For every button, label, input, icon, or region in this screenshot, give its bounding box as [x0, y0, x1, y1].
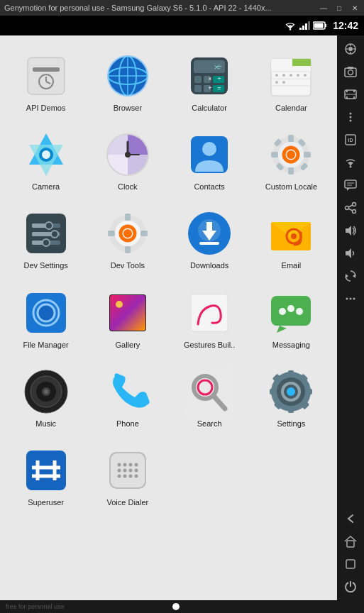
svg-point-156: [348, 70, 353, 75]
contacts-label: Contacts: [194, 182, 224, 192]
svg-point-129: [287, 387, 295, 396]
svg-point-165: [350, 116, 352, 118]
search-label: Search: [197, 419, 222, 429]
svg-rect-82: [108, 231, 115, 236]
svg-point-144: [134, 468, 138, 472]
svg-point-139: [128, 463, 132, 466]
rotate-icon[interactable]: [341, 267, 360, 285]
app-item-calendar[interactable]: Calendar: [252, 45, 331, 118]
recent-apps-icon[interactable]: [341, 555, 360, 573]
svg-text:÷: ÷: [218, 75, 221, 82]
app-item-music[interactable]: Music: [6, 361, 85, 434]
maximize-button[interactable]: □: [334, 3, 344, 13]
svg-point-182: [346, 298, 348, 300]
svg-rect-36: [271, 66, 311, 72]
app-item-dev-tools[interactable]: Dev Tools: [88, 203, 167, 276]
dots-menu-icon[interactable]: [341, 108, 360, 126]
app-item-gestures[interactable]: Gestures Buil..: [170, 282, 249, 355]
voice-dialer-label: Voice Dialer: [107, 498, 149, 507]
app-item-custom-locale[interactable]: Custom Locale: [252, 124, 331, 197]
app-item-camera[interactable]: Camera: [6, 124, 85, 197]
svg-point-148: [134, 474, 138, 477]
svg-point-68: [287, 150, 295, 159]
app-item-calculator[interactable]: ÷ × ÷ × = +: [170, 45, 249, 118]
more-dots-icon[interactable]: [341, 289, 360, 308]
downloads-icon: [184, 209, 234, 258]
svg-rect-162: [353, 96, 355, 99]
svg-rect-122: [305, 389, 312, 394]
app-item-messaging[interactable]: Messaging: [252, 282, 331, 355]
svg-rect-3: [305, 23, 307, 30]
close-button[interactable]: ✕: [350, 3, 360, 13]
dev-settings-icon: [21, 209, 71, 258]
svg-rect-80: [125, 214, 131, 221]
home-icon[interactable]: [341, 532, 360, 551]
svg-rect-185: [347, 541, 354, 547]
app-item-file-manager[interactable]: File Manager: [6, 282, 85, 355]
id-badge-icon[interactable]: ID: [341, 131, 360, 149]
email-icon: [266, 209, 316, 258]
svg-point-45: [275, 81, 278, 84]
svg-point-175: [353, 210, 356, 214]
svg-marker-179: [346, 248, 351, 258]
svg-point-142: [123, 468, 126, 472]
app-item-clock[interactable]: Clock: [88, 124, 167, 197]
media-icon[interactable]: [341, 85, 360, 104]
svg-rect-1: [299, 28, 302, 30]
svg-line-176: [348, 205, 352, 207]
svg-rect-121: [270, 389, 277, 394]
music-icon: [21, 367, 71, 416]
svg-text:×: ×: [214, 62, 220, 72]
app-item-superuser[interactable]: Superuser: [6, 440, 85, 513]
power-icon[interactable]: [341, 578, 360, 596]
app-item-contacts[interactable]: Contacts: [170, 124, 249, 197]
app-item-search[interactable]: Search: [170, 361, 249, 434]
app-item-downloads[interactable]: Downloads: [170, 203, 249, 276]
svg-rect-186: [346, 560, 355, 568]
svg-point-138: [123, 463, 126, 466]
svg-point-49: [42, 150, 50, 159]
camera-icon: [21, 130, 71, 180]
app-item-api-demos[interactable]: API Demos: [6, 45, 85, 118]
svg-rect-159: [346, 90, 348, 92]
bottom-text: free for personal use: [6, 603, 65, 610]
share-icon[interactable]: [341, 199, 360, 217]
svg-rect-157: [348, 67, 353, 69]
svg-point-72: [45, 222, 53, 229]
svg-rect-26: [194, 85, 202, 92]
home-dot[interactable]: [172, 603, 180, 610]
app-item-phone[interactable]: Phone: [88, 361, 167, 434]
wifi-icon: [285, 21, 296, 31]
app-item-gallery[interactable]: Gallery: [88, 282, 167, 355]
right-sidebar: ID: [337, 35, 364, 600]
gps-icon[interactable]: [341, 40, 360, 58]
volume-up-icon[interactable]: [341, 221, 360, 240]
app-item-email[interactable]: Email: [252, 203, 331, 276]
gestures-icon: [184, 288, 234, 338]
app-item-browser[interactable]: Browser: [88, 45, 167, 118]
time-display: 12:42: [333, 20, 358, 31]
svg-point-137: [117, 463, 121, 466]
email-label: Email: [282, 261, 302, 270]
app-item-voice-dialer[interactable]: Voice Dialer: [88, 440, 167, 513]
volume-down-icon[interactable]: [341, 244, 360, 263]
sidebar-wifi-icon[interactable]: [341, 153, 360, 172]
app-item-settings[interactable]: Settings: [252, 361, 331, 434]
sidebar-camera-icon[interactable]: [341, 62, 360, 81]
gallery-icon: [103, 288, 153, 338]
svg-rect-23: [194, 76, 202, 83]
svg-point-78: [43, 239, 50, 246]
back-icon[interactable]: [341, 509, 360, 528]
svg-rect-81: [125, 246, 131, 253]
voice-dialer-icon: [103, 446, 153, 495]
svg-point-147: [128, 474, 132, 477]
chat-icon[interactable]: [341, 176, 360, 194]
svg-point-86: [123, 229, 132, 238]
minimize-button[interactable]: —: [319, 3, 329, 13]
svg-point-46: [282, 81, 285, 84]
svg-point-143: [128, 468, 132, 472]
svg-point-174: [346, 206, 349, 210]
custom-locale-icon: [266, 130, 316, 180]
app-item-dev-settings[interactable]: Dev Settings: [6, 203, 85, 276]
svg-line-177: [348, 209, 352, 211]
